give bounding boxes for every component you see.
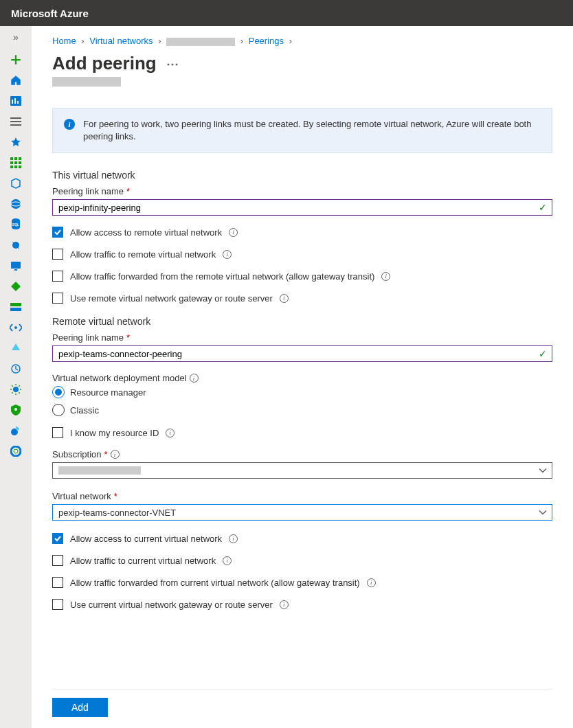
chevron-right-icon: › <box>240 36 243 46</box>
this-allow-forwarded-checkbox[interactable] <box>52 271 63 282</box>
favorites-star-icon[interactable] <box>10 136 22 148</box>
storage-accounts-icon[interactable] <box>10 301 22 313</box>
breadcrumb: Home › Virtual networks › › Peerings › <box>52 36 552 46</box>
info-hint-icon[interactable]: i <box>223 556 232 565</box>
azure-ad-icon[interactable] <box>10 342 22 354</box>
home-icon[interactable] <box>10 74 22 87</box>
this-allow-access-label: Allow access to remote virtual network <box>70 227 222 238</box>
create-resource-icon[interactable] <box>10 54 22 66</box>
know-resource-id-checkbox[interactable] <box>52 427 63 438</box>
svg-rect-1 <box>12 100 13 104</box>
remote-vnet-header: Remote virtual network <box>52 316 552 327</box>
svg-rect-4 <box>10 157 13 160</box>
remote-allow-forwarded-checkbox[interactable] <box>52 577 63 588</box>
svg-rect-9 <box>19 161 21 164</box>
info-hint-icon[interactable]: i <box>229 228 238 237</box>
app-services-icon[interactable] <box>10 198 22 210</box>
info-hint-icon[interactable]: i <box>381 272 390 281</box>
remote-use-gateway-label: Use current virtual network gateway or r… <box>70 600 273 610</box>
svg-rect-3 <box>17 101 19 104</box>
this-allow-traffic-label: Allow traffic to remote virtual network <box>70 249 216 260</box>
breadcrumb-peerings[interactable]: Peerings <box>249 36 284 46</box>
svg-rect-10 <box>10 166 13 168</box>
virtual-networks-icon[interactable] <box>10 321 22 334</box>
info-hint-icon[interactable]: i <box>367 578 376 587</box>
chevron-down-icon <box>539 466 547 476</box>
advisor-icon[interactable] <box>10 383 22 396</box>
svg-point-13 <box>11 199 21 209</box>
svg-point-25 <box>14 408 17 411</box>
add-button[interactable]: Add <box>52 698 108 717</box>
info-hint-icon[interactable]: i <box>111 450 120 459</box>
remote-allow-access-checkbox[interactable] <box>52 533 63 544</box>
remote-peering-link-input[interactable] <box>52 345 552 362</box>
sql-databases-icon[interactable]: SQL <box>10 218 22 231</box>
monitor-icon[interactable] <box>10 363 22 375</box>
brand-label: Microsoft Azure <box>11 8 89 19</box>
breadcrumb-virtual-networks[interactable]: Virtual networks <box>89 36 153 46</box>
svg-rect-2 <box>14 98 16 104</box>
this-vnet-header: This virtual network <box>52 170 552 181</box>
cost-management-icon[interactable] <box>10 424 22 437</box>
remote-allow-traffic-label: Allow traffic to current virtual network <box>70 556 216 566</box>
this-use-remote-gateway-checkbox[interactable] <box>52 293 63 304</box>
security-center-icon[interactable] <box>10 404 22 416</box>
chevron-right-icon: › <box>158 36 161 46</box>
remote-allow-access-label: Allow access to current virtual network <box>70 534 222 544</box>
all-resources-icon[interactable] <box>10 157 22 169</box>
main-content: Home › Virtual networks › › Peerings › A… <box>32 26 573 728</box>
virtual-network-value: pexip-teams-connector-VNET <box>58 508 176 518</box>
chevron-right-icon: › <box>81 36 84 46</box>
this-allow-traffic-checkbox[interactable] <box>52 249 63 260</box>
dashboard-icon[interactable] <box>10 95 22 107</box>
virtual-network-select[interactable]: pexip-teams-connector-VNET <box>52 504 552 521</box>
page-title: Add peering ⋯ <box>52 53 552 74</box>
svg-rect-6 <box>19 157 21 160</box>
subscription-select[interactable] <box>52 462 552 479</box>
resource-manager-radio[interactable] <box>52 386 65 398</box>
virtual-network-label: Virtual network* <box>52 491 552 501</box>
resource-groups-icon[interactable] <box>10 177 22 190</box>
subscription-label: Subscription* i <box>52 449 552 459</box>
info-banner: i For peering to work, two peering links… <box>52 108 552 153</box>
info-hint-icon[interactable]: i <box>166 429 175 437</box>
this-peering-link-input[interactable] <box>52 199 552 216</box>
breadcrumb-resource-redacted[interactable] <box>166 38 235 46</box>
svg-text:SQL: SQL <box>12 223 19 227</box>
svg-point-24 <box>13 387 19 392</box>
chevron-right-icon: › <box>289 36 292 46</box>
remote-peering-link-label: Peering link name* <box>52 332 552 343</box>
remote-allow-traffic-checkbox[interactable] <box>52 555 63 566</box>
info-hint-icon[interactable]: i <box>280 294 289 303</box>
info-hint-icon[interactable]: i <box>190 374 199 383</box>
breadcrumb-home[interactable]: Home <box>52 36 76 46</box>
svg-rect-11 <box>14 166 17 168</box>
this-peering-link-label: Peering link name* <box>52 186 552 196</box>
all-services-icon[interactable] <box>10 115 22 128</box>
info-hint-icon[interactable]: i <box>223 250 232 259</box>
svg-rect-7 <box>10 161 13 164</box>
valid-check-icon: ✓ <box>539 202 547 213</box>
more-actions-icon[interactable]: ⋯ <box>166 56 179 71</box>
required-asterisk: * <box>114 491 117 501</box>
svg-rect-20 <box>10 303 21 306</box>
azure-cosmos-db-icon[interactable] <box>10 239 22 251</box>
this-allow-forwarded-label: Allow traffic forwarded from the remote … <box>70 271 374 282</box>
svg-rect-12 <box>19 166 21 168</box>
required-asterisk: * <box>126 332 130 343</box>
left-sidebar: » SQL <box>0 26 32 728</box>
expand-sidebar-icon[interactable]: » <box>13 32 19 43</box>
virtual-machines-icon[interactable] <box>10 260 22 272</box>
load-balancers-icon[interactable] <box>10 280 22 293</box>
resource-manager-label: Resource manager <box>70 387 146 398</box>
deployment-model-label: Virtual network deployment model i <box>52 373 552 383</box>
valid-check-icon: ✓ <box>539 348 547 359</box>
know-resource-id-label: I know my resource ID <box>70 428 159 438</box>
classic-radio[interactable] <box>52 404 65 416</box>
this-allow-access-checkbox[interactable] <box>52 227 63 238</box>
help-support-icon[interactable] <box>10 445 22 457</box>
remote-use-gateway-checkbox[interactable] <box>52 599 63 610</box>
svg-point-22 <box>14 326 17 329</box>
info-hint-icon[interactable]: i <box>280 600 289 609</box>
info-hint-icon[interactable]: i <box>229 534 238 543</box>
